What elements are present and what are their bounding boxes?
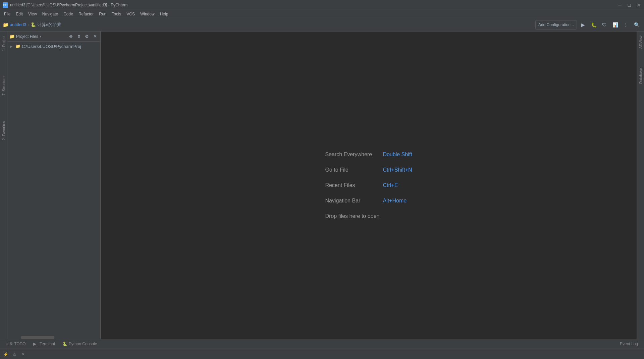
breadcrumb-file[interactable]: 计算n的阶乘 (37, 22, 61, 28)
tab-todo-label: 6: TODO (10, 342, 26, 346)
statusbar: ⚡ ⚠ ✕ (0, 349, 644, 359)
todo-icon: ≡ (6, 342, 8, 346)
menu-navigate[interactable]: Navigate (40, 11, 61, 17)
go-to-file-key: Ctrl+Shift+N (383, 167, 412, 173)
right-tabs: ADView Database (637, 32, 644, 339)
panel-settings-button[interactable]: ⚙ (84, 33, 90, 40)
editor-area: Search Everywhere Double Shift Go to Fil… (101, 32, 637, 339)
menu-code[interactable]: Code (61, 11, 76, 17)
panel-collapse-button[interactable]: ⇕ (75, 33, 82, 40)
main-layout: 1: Project 7: Structure 2: Favorites 📁 P… (0, 32, 644, 339)
tab-terminal-label: Terminal (40, 342, 55, 346)
menu-refactor[interactable]: Refactor (76, 11, 96, 17)
project-dropdown-icon[interactable]: ▾ (40, 35, 41, 38)
toolbar: 📁 untitled3 › 🐍 计算n的阶乘 Add Configuration… (0, 18, 644, 32)
menu-tools[interactable]: Tools (109, 11, 124, 17)
titlebar-controls: ─ □ ✕ (617, 2, 641, 8)
menu-help[interactable]: Help (157, 11, 171, 17)
left-strip: 1: Project 7: Structure 2: Favorites (0, 32, 7, 339)
menu-view[interactable]: View (25, 11, 40, 17)
breadcrumb-folder-icon: 📁 (3, 22, 8, 27)
profile-button[interactable]: 📊 (610, 20, 620, 29)
panel-close-button[interactable]: ✕ (92, 33, 98, 40)
titlebar-left: PC untitled3 [C:\Users\LUOSU\PycharmProj… (3, 2, 127, 8)
titlebar: PC untitled3 [C:\Users\LUOSU\PycharmProj… (0, 0, 644, 10)
menu-vcs[interactable]: VCS (124, 11, 138, 17)
horizontal-scrollbar[interactable] (7, 336, 100, 339)
drop-files-label: Drop files here to open (325, 213, 379, 219)
shortcut-row-goto-file: Go to File Ctrl+Shift+N (325, 167, 412, 173)
menu-file[interactable]: File (1, 11, 13, 17)
project-folder-icon: 📁 (9, 34, 15, 39)
tab-python-console-label: Python Console (69, 342, 97, 346)
menubar: File Edit View Navigate Code Refactor Ru… (0, 10, 644, 18)
recent-files-label: Recent Files (325, 182, 379, 188)
tab-event-log[interactable]: Event Log (616, 340, 641, 348)
project-panel-title: Project Files (16, 34, 38, 39)
breadcrumb-project[interactable]: untitled3 (10, 22, 26, 27)
project-panel: 📁 Project Files ▾ ⊕ ⇕ ⚙ ✕ ▶ 📁 C:\Users\L… (7, 32, 101, 339)
debug-button[interactable]: 🐛 (589, 20, 598, 29)
tab-terminal[interactable]: ▶_ Terminal (30, 340, 58, 348)
project-panel-content: ▶ 📁 C:\Users\LUOSU\PycharmProj (7, 42, 100, 336)
error-status-icon[interactable]: ✕ (20, 351, 26, 357)
minimize-button[interactable]: ─ (617, 2, 623, 8)
drop-files-row: Drop files here to open (325, 213, 379, 219)
maximize-button[interactable]: □ (627, 2, 632, 8)
navigation-bar-key: Alt+Home (383, 198, 407, 204)
welcome-content: Search Everywhere Double Shift Go to Fil… (325, 152, 412, 219)
add-configuration-button[interactable]: Add Configuration... (535, 20, 577, 29)
navigation-bar-label: Navigation Bar (325, 198, 379, 204)
tree-folder-icon-root: 📁 (15, 44, 20, 49)
bottom-tabs: ≡ 6: TODO ▶_ Terminal 🐍 Python Console E… (0, 339, 644, 349)
go-to-file-label: Go to File (325, 167, 379, 173)
shortcut-row-nav-bar: Navigation Bar Alt+Home (325, 198, 407, 204)
right-tab-database[interactable]: Database (638, 65, 644, 86)
toolbar-right: Add Configuration... ▶ 🐛 🛡 📊 ⋮ 🔍 (535, 20, 641, 29)
recent-files-key: Ctrl+E (383, 182, 398, 188)
bottom-right: Event Log (616, 340, 641, 348)
breadcrumb-separator: › (28, 22, 29, 27)
breadcrumb: 📁 untitled3 › 🐍 计算n的阶乘 (3, 22, 534, 28)
shortcut-row-recent-files: Recent Files Ctrl+E (325, 182, 398, 188)
project-panel-header: 📁 Project Files ▾ ⊕ ⇕ ⚙ ✕ (7, 32, 100, 42)
search-everywhere-toolbar-button[interactable]: 🔍 (632, 20, 641, 29)
search-everywhere-key: Double Shift (383, 152, 412, 158)
tab-event-log-label: Event Log (620, 342, 638, 346)
shortcut-row-search: Search Everywhere Double Shift (325, 152, 412, 158)
coverage-button[interactable]: 🛡 (600, 20, 609, 29)
sidebar-item-favorites[interactable]: 2: Favorites (1, 118, 7, 143)
search-everywhere-label: Search Everywhere (325, 152, 379, 158)
pycharm-icon: PC (3, 2, 8, 8)
git-status-icon[interactable]: ⚡ (3, 351, 9, 357)
menu-edit[interactable]: Edit (13, 11, 25, 17)
scrollbar-thumb (21, 336, 54, 339)
tab-todo[interactable]: ≡ 6: TODO (3, 340, 29, 348)
tree-root-label: C:\Users\LUOSU\PycharmProj (22, 44, 81, 49)
right-tab-adview[interactable]: ADView (638, 33, 644, 51)
menu-window[interactable]: Window (138, 11, 157, 17)
titlebar-title: untitled3 [C:\Users\LUOSU\PycharmProject… (10, 3, 127, 7)
tree-item-root[interactable]: ▶ 📁 C:\Users\LUOSU\PycharmProj (7, 42, 100, 50)
more-button[interactable]: ⋮ (621, 20, 631, 29)
breadcrumb-file-icon: 🐍 (31, 22, 36, 27)
python-console-icon: 🐍 (62, 342, 67, 346)
sidebar-item-project[interactable]: 1: Project (1, 33, 7, 54)
close-button[interactable]: ✕ (636, 2, 641, 8)
terminal-icon: ▶_ (33, 342, 39, 346)
menu-run[interactable]: Run (96, 11, 109, 17)
tab-python-console[interactable]: 🐍 Python Console (59, 340, 101, 348)
warning-status-icon[interactable]: ⚠ (11, 351, 17, 357)
sidebar-item-structure[interactable]: 7: Structure (1, 74, 7, 98)
panel-add-button[interactable]: ⊕ (67, 33, 74, 40)
run-button[interactable]: ▶ (578, 20, 588, 29)
tree-arrow-root: ▶ (10, 45, 14, 48)
